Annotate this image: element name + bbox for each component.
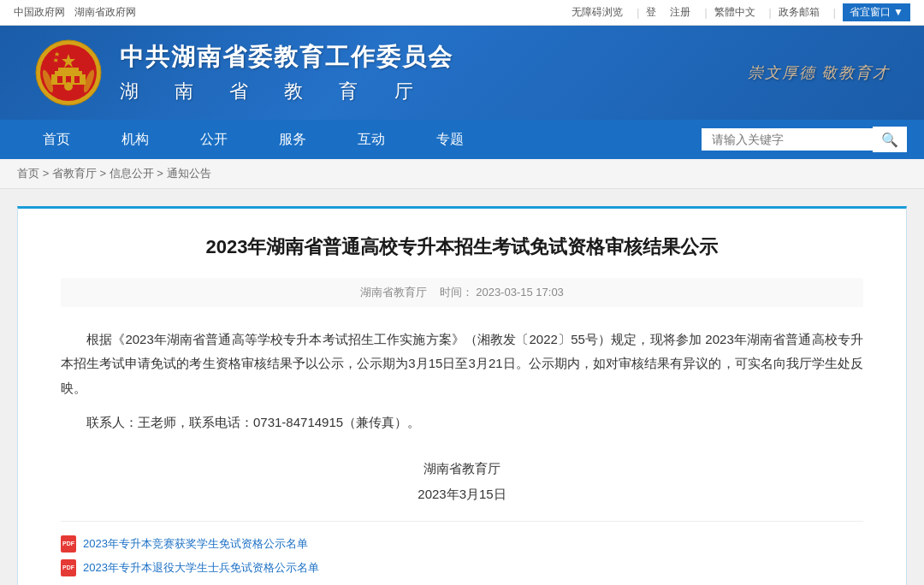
meta-source: 湖南省教育厅 (360, 286, 427, 298)
breadcrumb-sep-2: > (99, 167, 106, 180)
header-title: 中共湖南省委教育工作委员会 湖 南 省 教 育 厅 (120, 41, 453, 104)
top-bar-right: 无障碍浏览 | 登 注册 | 繁體中文 | 政务邮箱 | 省宜窗口 ▼ (572, 3, 910, 21)
attachment-1-label: 2023年专升本竞赛获奖学生免试资格公示名单 (83, 536, 308, 552)
header-sub-title: 湖 南 省 教 育 厅 (120, 79, 453, 104)
national-emblem (34, 38, 103, 107)
divider-1: | (637, 7, 639, 19)
header-left: 中共湖南省委教育工作委员会 湖 南 省 教 育 厅 (34, 38, 453, 107)
nav-item-home[interactable]: 首页 (17, 120, 96, 159)
svg-rect-7 (74, 76, 80, 83)
email-link[interactable]: 政务邮箱 (779, 5, 820, 20)
svg-rect-5 (57, 76, 62, 83)
header-main-title: 中共湖南省委教育工作委员会 (120, 41, 453, 74)
sign-date: 2023年3月15日 (61, 482, 863, 507)
nav-item-zhuanti[interactable]: 专题 (411, 120, 489, 159)
article-paragraph-2: 联系人：王老师，联系电话：0731-84714915（兼传真）。 (61, 411, 863, 435)
top-bar-left: 中国政府网 湖南省政府网 (14, 5, 143, 20)
divider-4: | (833, 7, 836, 19)
gov-link-china[interactable]: 中国政府网 (14, 6, 65, 18)
meta-time: 2023-03-15 17:03 (476, 286, 564, 298)
breadcrumb-sep-1: > (43, 167, 50, 180)
article-title: 2023年湖南省普通高校专升本招生考试免试资格审核结果公示 (61, 234, 863, 261)
divider-2: | (704, 7, 707, 19)
traditional-chinese-link[interactable]: 繁體中文 (714, 5, 755, 20)
svg-rect-6 (66, 76, 71, 83)
nav-item-jigou[interactable]: 机构 (96, 120, 175, 159)
sheng-window-button[interactable]: 省宜窗口 ▼ (843, 3, 910, 21)
search-button[interactable]: 🔍 (873, 127, 907, 152)
accessibility-link[interactable]: 无障碍浏览 (572, 5, 623, 20)
main-content: 2023年湖南省普通高校专升本招生考试免试资格审核结果公示 湖南省教育厅 时间：… (0, 189, 924, 585)
article-paragraph-1: 根据《2023年湖南省普通高等学校专升本考试招生工作实施方案》（湘教发〔2022… (61, 328, 863, 401)
register-link[interactable]: 注册 (670, 5, 690, 20)
nav-item-hudong[interactable]: 互动 (332, 120, 411, 159)
nav-search: 🔍 (702, 127, 907, 152)
nav-item-fuwu[interactable]: 服务 (253, 120, 332, 159)
content-card: 2023年湖南省普通高校专升本招生考试免试资格审核结果公示 湖南省教育厅 时间：… (17, 206, 907, 585)
pdf-icon-2 (61, 559, 76, 576)
breadcrumb-sep-3: > (157, 167, 163, 180)
header-slogan: 崇文厚德 敬教育才 (748, 62, 891, 83)
divider-3: | (769, 7, 772, 19)
attachments: 2023年专升本竞赛获奖学生免试资格公示名单 2023年专升本退役大学生士兵免试… (61, 521, 863, 580)
breadcrumb: 首页 > 省教育厅 > 信息公开 > 通知公告 (0, 159, 924, 189)
pdf-icon-1 (61, 535, 76, 552)
search-input[interactable] (702, 128, 873, 151)
top-bar: 中国政府网 湖南省政府网 无障碍浏览 | 登 注册 | 繁體中文 | 政务邮箱 … (0, 0, 924, 26)
login-link[interactable]: 登 (646, 5, 656, 20)
sign-org: 湖南省教育厅 (61, 456, 863, 482)
meta-time-label: 时间： (440, 286, 473, 298)
attachment-2-label: 2023年专升本退役大学生士兵免试资格公示名单 (83, 560, 319, 576)
breadcrumb-info[interactable]: 信息公开 (110, 167, 154, 180)
attachment-1[interactable]: 2023年专升本竞赛获奖学生免试资格公示名单 (61, 532, 863, 556)
breadcrumb-dept[interactable]: 省教育厅 (52, 167, 97, 180)
breadcrumb-home[interactable]: 首页 (17, 167, 39, 180)
gov-link-hunan[interactable]: 湖南省政府网 (74, 6, 136, 18)
site-header: 中共湖南省委教育工作委员会 湖 南 省 教 育 厅 崇文厚德 敬教育才 (0, 26, 924, 120)
nav-items: 首页 机构 公开 服务 互动 专题 (17, 120, 702, 159)
svg-point-13 (64, 82, 73, 91)
svg-rect-4 (58, 68, 79, 72)
main-nav: 首页 机构 公开 服务 互动 专题 🔍 (0, 120, 924, 159)
nav-item-gongkai[interactable]: 公开 (175, 120, 253, 159)
attachment-2[interactable]: 2023年专升本退役大学生士兵免试资格公示名单 (61, 556, 863, 580)
article-sign: 湖南省教育厅 2023年3月15日 (61, 456, 863, 507)
article-body: 根据《2023年湖南省普通高等学校专升本考试招生工作实施方案》（湘教发〔2022… (61, 328, 863, 435)
article-meta: 湖南省教育厅 时间： 2023-03-15 17:03 (61, 278, 863, 307)
breadcrumb-current: 通知公告 (167, 167, 211, 180)
